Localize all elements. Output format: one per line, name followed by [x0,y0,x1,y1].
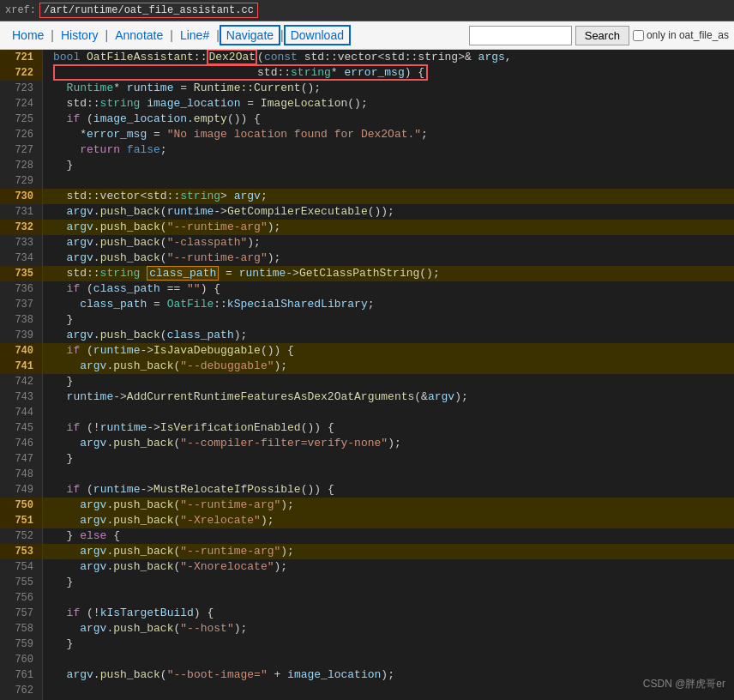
line-content: if (!runtime->IsVerificationEnabled()) { [43,420,734,436]
code-line: 728 } [0,158,734,173]
path-bar: xref: /art/runtime/oat_file_assistant.cc [0,0,734,21]
code-line: 733 argv.push_back("-classpath"); [0,235,734,250]
line-number: 733 [0,235,43,250]
path-label: xref: [5,4,36,16]
line-number: 731 [0,204,43,220]
line-number: 747 [0,451,43,467]
line-content: argv.push_back("--runtime-arg"); [43,544,734,559]
line-number: 745 [0,420,43,436]
line-number: 736 [0,281,43,297]
nav-home[interactable]: Home [5,25,51,45]
code-line: 757 if (!kIsTargetBuild) { [0,606,734,621]
nav-navigate[interactable]: Navigate [220,25,280,45]
code-line: 725 if (image_location.empty()) { [0,112,734,127]
code-line: 749 if (runtime->MustRelocateIfPossible(… [0,482,734,498]
line-number: 751 [0,513,43,528]
line-number: 746 [0,436,43,451]
line-content: } else { [43,528,734,544]
line-content: return false; [43,142,734,158]
code-line: 727 return false; [0,142,734,158]
line-content: argv.push_back(runtime->GetCompilerExecu… [43,204,734,220]
line-content: argv.push_back("-Xrelocate"); [43,513,734,528]
line-number: 758 [0,621,43,637]
code-line: 732 argv.push_back("--runtime-arg"); [0,220,734,235]
code-line: 738 } [0,312,734,328]
nav-line[interactable]: Line# [173,25,216,45]
line-content: if (runtime->IsJavaDebuggable()) { [43,343,734,359]
line-content: } [43,158,734,173]
search-box: Search only in oat_file_as [469,26,729,45]
line-content: std::vector<std::string> argv; [43,189,734,204]
nav-history[interactable]: History [54,25,105,45]
code-line: 758 argv.push_back("--host"); [0,621,734,637]
only-label: only in oat_file_as [633,29,729,41]
code-line: 745 if (!runtime->IsVerificationEnabled(… [0,420,734,436]
line-number: 738 [0,312,43,328]
line-number: 732 [0,220,43,235]
line-content: argv.push_back(class_path); [43,328,734,343]
line-number: 740 [0,343,43,359]
code-line: 737 class_path = OatFile::kSpecialShared… [0,297,734,312]
line-content: } [43,374,734,389]
code-line: 759 } [0,637,734,652]
line-number: 742 [0,374,43,389]
code-line: 742 } [0,374,734,389]
code-line: 724 std::string image_location = ImageLo… [0,96,734,112]
line-number: 721 [0,50,43,65]
line-number: 760 [0,652,43,667]
code-line: 750 argv.push_back("--runtime-arg"); [0,498,734,513]
code-line: 722 std::string* error_msg) { [0,65,734,81]
search-input[interactable] [469,26,572,45]
line-number: 723 [0,81,43,96]
line-number: 757 [0,606,43,621]
line-content: argv.push_back("-Xnorelocate"); [43,559,734,575]
code-line: 739 argv.push_back(class_path); [0,328,734,343]
line-number: 754 [0,559,43,575]
line-number: 753 [0,544,43,559]
line-content: argv.push_back("--runtime-arg"); [43,498,734,513]
code-area: 721 bool OatFileAssistant::Dex2Oat(const… [0,50,734,700]
nav-annotate[interactable]: Annotate [108,25,170,45]
search-button[interactable]: Search [575,26,629,45]
line-number: 725 [0,112,43,127]
code-line: 753 argv.push_back("--runtime-arg"); [0,544,734,559]
line-content: argv.push_back("--boot-image=" + image_l… [43,667,734,683]
line-number: 739 [0,328,43,343]
line-content: bool OatFileAssistant::Dex2Oat(const std… [43,50,734,65]
code-line: 747 } [0,451,734,467]
line-content: } [43,312,734,328]
line-number: 730 [0,189,43,204]
line-number: 759 [0,637,43,652]
code-line: 740 if (runtime->IsJavaDebuggable()) { [0,343,734,359]
code-line: 734 argv.push_back("--runtime-arg"); [0,250,734,266]
only-checkbox[interactable] [633,30,644,41]
code-line: 761 argv.push_back("--boot-image=" + ima… [0,667,734,683]
line-number: 724 [0,96,43,112]
line-content: } [43,637,734,652]
line-content: if (class_path == "") { [43,281,734,297]
line-content: if (runtime->MustRelocateIfPossible()) { [43,482,734,498]
code-line: 744 [0,405,734,420]
line-number: 744 [0,405,43,420]
line-content: argv.push_back("--host"); [43,621,734,637]
line-number: 752 [0,528,43,544]
file-path: /art/runtime/oat_file_assistant.cc [39,3,258,18]
code-line: 748 [0,467,734,482]
line-number: 743 [0,389,43,405]
line-content: argv.push_back("--debuggable"); [43,359,734,374]
nav-download[interactable]: Download [284,25,351,45]
code-line: 762 [0,683,734,698]
code-line: 736 if (class_path == "") { [0,281,734,297]
code-line: 723 Runtime* runtime = Runtime::Current(… [0,81,734,96]
line-number: 750 [0,498,43,513]
line-content: Runtime* runtime = Runtime::Current(); [43,81,734,96]
line-content: } [43,451,734,467]
line-number: 722 [0,65,43,81]
line-number: 755 [0,575,43,590]
code-line: 729 [0,173,734,189]
watermark: CSDN @胖虎哥er [643,677,725,691]
line-number: 761 [0,667,43,683]
line-number: 729 [0,173,43,189]
line-number: 741 [0,359,43,374]
code-line: 743 runtime->AddCurrentRuntimeFeaturesAs… [0,389,734,405]
